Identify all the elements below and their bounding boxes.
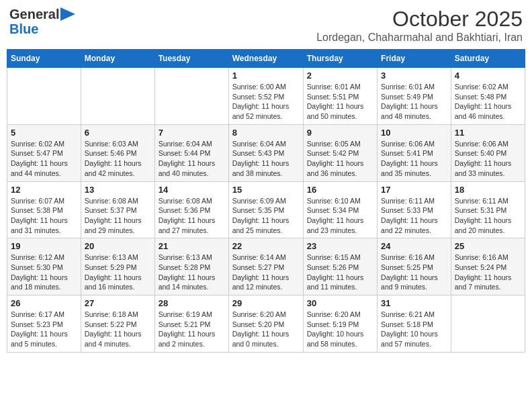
calendar-cell: 18Sunrise: 6:11 AMSunset: 5:31 PMDayligh… bbox=[451, 181, 525, 238]
day-info: Sunrise: 6:02 AMSunset: 5:47 PMDaylight:… bbox=[11, 139, 77, 179]
calendar-cell: 15Sunrise: 6:09 AMSunset: 5:35 PMDayligh… bbox=[228, 181, 303, 238]
day-number: 7 bbox=[159, 128, 225, 138]
day-number: 10 bbox=[381, 128, 447, 138]
calendar-cell: 7Sunrise: 6:04 AMSunset: 5:44 PMDaylight… bbox=[154, 124, 228, 181]
calendar-cell: 5Sunrise: 6:02 AMSunset: 5:47 PMDaylight… bbox=[7, 124, 81, 181]
calendar-cell: 29Sunrise: 6:20 AMSunset: 5:20 PMDayligh… bbox=[228, 295, 303, 353]
weekday-header-wednesday: Wednesday bbox=[228, 50, 303, 68]
calendar-cell: 25Sunrise: 6:16 AMSunset: 5:24 PMDayligh… bbox=[451, 238, 525, 295]
day-info: Sunrise: 6:06 AMSunset: 5:41 PMDaylight:… bbox=[381, 139, 447, 179]
calendar-cell: 2Sunrise: 6:01 AMSunset: 5:51 PMDaylight… bbox=[303, 68, 377, 125]
location-title: Lordegan, Chaharmahal and Bakhtiari, Ira… bbox=[316, 32, 523, 44]
day-info: Sunrise: 6:00 AMSunset: 5:52 PMDaylight:… bbox=[232, 82, 300, 122]
calendar-table: SundayMondayTuesdayWednesdayThursdayFrid… bbox=[7, 49, 525, 353]
calendar-cell: 23Sunrise: 6:15 AMSunset: 5:26 PMDayligh… bbox=[303, 238, 377, 295]
day-number: 28 bbox=[159, 298, 225, 308]
month-title: October 2025 bbox=[316, 7, 523, 32]
day-info: Sunrise: 6:13 AMSunset: 5:28 PMDaylight:… bbox=[159, 253, 225, 292]
calendar-cell bbox=[81, 68, 154, 125]
calendar-week-row: 12Sunrise: 6:07 AMSunset: 5:38 PMDayligh… bbox=[7, 181, 525, 238]
day-number: 30 bbox=[307, 298, 373, 308]
day-info: Sunrise: 6:04 AMSunset: 5:43 PMDaylight:… bbox=[232, 139, 300, 179]
day-info: Sunrise: 6:09 AMSunset: 5:35 PMDaylight:… bbox=[232, 196, 300, 236]
calendar-cell: 21Sunrise: 6:13 AMSunset: 5:28 PMDayligh… bbox=[154, 238, 228, 295]
day-info: Sunrise: 6:01 AMSunset: 5:49 PMDaylight:… bbox=[381, 82, 447, 122]
calendar-cell: 28Sunrise: 6:19 AMSunset: 5:21 PMDayligh… bbox=[154, 295, 228, 353]
calendar-cell: 8Sunrise: 6:04 AMSunset: 5:43 PMDaylight… bbox=[228, 124, 303, 181]
day-info: Sunrise: 6:18 AMSunset: 5:22 PMDaylight:… bbox=[85, 310, 151, 349]
day-info: Sunrise: 6:21 AMSunset: 5:18 PMDaylight:… bbox=[381, 310, 447, 349]
day-info: Sunrise: 6:12 AMSunset: 5:30 PMDaylight:… bbox=[11, 253, 77, 292]
calendar-cell: 27Sunrise: 6:18 AMSunset: 5:22 PMDayligh… bbox=[81, 295, 154, 353]
day-number: 12 bbox=[11, 185, 77, 195]
calendar-cell: 4Sunrise: 6:02 AMSunset: 5:48 PMDaylight… bbox=[451, 68, 525, 125]
day-info: Sunrise: 6:03 AMSunset: 5:46 PMDaylight:… bbox=[85, 139, 151, 179]
calendar-week-row: 1Sunrise: 6:00 AMSunset: 5:52 PMDaylight… bbox=[7, 68, 525, 125]
logo-icon bbox=[60, 7, 75, 21]
day-info: Sunrise: 6:04 AMSunset: 5:44 PMDaylight:… bbox=[159, 139, 225, 179]
day-number: 8 bbox=[232, 128, 300, 138]
calendar-week-row: 19Sunrise: 6:12 AMSunset: 5:30 PMDayligh… bbox=[7, 238, 525, 295]
day-number: 2 bbox=[307, 71, 373, 81]
calendar-cell bbox=[451, 295, 525, 353]
page-header: General Blue October 2025 Lordegan, Chah… bbox=[7, 7, 525, 44]
calendar-cell bbox=[154, 68, 228, 125]
title-area: October 2025 Lordegan, Chaharmahal and B… bbox=[316, 7, 523, 44]
calendar-cell: 9Sunrise: 6:05 AMSunset: 5:42 PMDaylight… bbox=[303, 124, 377, 181]
logo-blue-text: Blue bbox=[9, 21, 38, 36]
day-info: Sunrise: 6:11 AMSunset: 5:33 PMDaylight:… bbox=[381, 196, 447, 236]
day-number: 21 bbox=[159, 241, 225, 251]
weekday-header-friday: Friday bbox=[378, 50, 451, 68]
day-number: 11 bbox=[455, 128, 521, 138]
calendar-cell: 14Sunrise: 6:08 AMSunset: 5:36 PMDayligh… bbox=[154, 181, 228, 238]
day-number: 15 bbox=[232, 185, 300, 195]
day-info: Sunrise: 6:11 AMSunset: 5:31 PMDaylight:… bbox=[455, 196, 521, 236]
day-info: Sunrise: 6:15 AMSunset: 5:26 PMDaylight:… bbox=[307, 253, 373, 292]
weekday-header-tuesday: Tuesday bbox=[154, 50, 228, 68]
day-number: 27 bbox=[85, 298, 151, 308]
day-number: 19 bbox=[11, 241, 77, 251]
calendar-cell: 6Sunrise: 6:03 AMSunset: 5:46 PMDaylight… bbox=[81, 124, 154, 181]
day-number: 23 bbox=[307, 241, 373, 251]
day-info: Sunrise: 6:08 AMSunset: 5:37 PMDaylight:… bbox=[85, 196, 151, 236]
calendar-cell: 11Sunrise: 6:06 AMSunset: 5:40 PMDayligh… bbox=[451, 124, 525, 181]
weekday-header-saturday: Saturday bbox=[451, 50, 525, 68]
calendar-cell: 19Sunrise: 6:12 AMSunset: 5:30 PMDayligh… bbox=[7, 238, 81, 295]
weekday-header-sunday: Sunday bbox=[7, 50, 81, 68]
day-number: 29 bbox=[232, 298, 300, 308]
day-number: 1 bbox=[232, 71, 300, 81]
day-info: Sunrise: 6:20 AMSunset: 5:20 PMDaylight:… bbox=[232, 310, 300, 349]
calendar-cell: 30Sunrise: 6:20 AMSunset: 5:19 PMDayligh… bbox=[303, 295, 377, 353]
day-info: Sunrise: 6:06 AMSunset: 5:40 PMDaylight:… bbox=[455, 139, 521, 179]
day-info: Sunrise: 6:14 AMSunset: 5:27 PMDaylight:… bbox=[232, 253, 300, 292]
day-number: 3 bbox=[381, 71, 447, 81]
day-info: Sunrise: 6:10 AMSunset: 5:34 PMDaylight:… bbox=[307, 196, 373, 236]
day-info: Sunrise: 6:01 AMSunset: 5:51 PMDaylight:… bbox=[307, 82, 373, 122]
day-info: Sunrise: 6:20 AMSunset: 5:19 PMDaylight:… bbox=[307, 310, 373, 349]
day-info: Sunrise: 6:16 AMSunset: 5:25 PMDaylight:… bbox=[381, 253, 447, 292]
calendar-cell bbox=[7, 68, 81, 125]
day-number: 6 bbox=[85, 128, 151, 138]
logo-general-text: General bbox=[9, 7, 59, 21]
logo: General Blue bbox=[9, 7, 75, 36]
calendar-cell: 1Sunrise: 6:00 AMSunset: 5:52 PMDaylight… bbox=[228, 68, 303, 125]
day-number: 24 bbox=[381, 241, 447, 251]
weekday-header-monday: Monday bbox=[81, 50, 154, 68]
calendar-week-row: 5Sunrise: 6:02 AMSunset: 5:47 PMDaylight… bbox=[7, 124, 525, 181]
calendar-cell: 10Sunrise: 6:06 AMSunset: 5:41 PMDayligh… bbox=[378, 124, 451, 181]
calendar-cell: 12Sunrise: 6:07 AMSunset: 5:38 PMDayligh… bbox=[7, 181, 81, 238]
weekday-header-row: SundayMondayTuesdayWednesdayThursdayFrid… bbox=[7, 50, 525, 68]
day-info: Sunrise: 6:17 AMSunset: 5:23 PMDaylight:… bbox=[11, 310, 77, 349]
calendar-cell: 17Sunrise: 6:11 AMSunset: 5:33 PMDayligh… bbox=[378, 181, 451, 238]
svg-marker-0 bbox=[60, 7, 75, 21]
calendar-cell: 16Sunrise: 6:10 AMSunset: 5:34 PMDayligh… bbox=[303, 181, 377, 238]
calendar-week-row: 26Sunrise: 6:17 AMSunset: 5:23 PMDayligh… bbox=[7, 295, 525, 353]
day-info: Sunrise: 6:13 AMSunset: 5:29 PMDaylight:… bbox=[85, 253, 151, 292]
weekday-header-thursday: Thursday bbox=[303, 50, 377, 68]
calendar-cell: 24Sunrise: 6:16 AMSunset: 5:25 PMDayligh… bbox=[378, 238, 451, 295]
day-number: 22 bbox=[232, 241, 300, 251]
day-number: 4 bbox=[455, 71, 521, 81]
day-number: 14 bbox=[159, 185, 225, 195]
day-number: 17 bbox=[381, 185, 447, 195]
day-info: Sunrise: 6:19 AMSunset: 5:21 PMDaylight:… bbox=[159, 310, 225, 349]
